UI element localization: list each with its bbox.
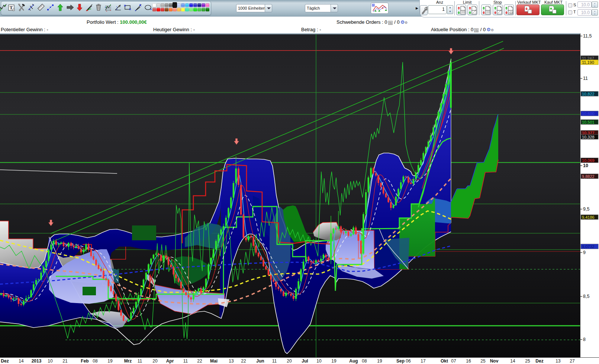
svg-text:α: α <box>119 4 121 8</box>
svg-text:11: 11 <box>138 358 142 364</box>
svg-text:9,5: 9,5 <box>583 207 589 212</box>
svg-text:11: 11 <box>272 358 277 364</box>
svg-text:Apr: Apr <box>166 358 174 364</box>
svg-text:10: 10 <box>316 358 322 364</box>
svg-text:Aug: Aug <box>349 358 358 364</box>
svg-text:22: 22 <box>241 358 246 364</box>
svg-text:8,5: 8,5 <box>583 294 589 299</box>
svg-text:11,190: 11,190 <box>582 60 594 65</box>
svg-text:9,4186: 9,4186 <box>582 215 595 220</box>
svg-text:9,8822: 9,8822 <box>582 174 595 179</box>
svg-text:16: 16 <box>466 358 471 364</box>
svg-text:11: 11 <box>583 76 588 81</box>
svg-text:2013: 2013 <box>32 358 42 364</box>
svg-text:Dez: Dez <box>535 358 543 364</box>
svg-text:10: 10 <box>48 358 53 364</box>
svg-text:25: 25 <box>525 358 530 364</box>
svg-text:07: 07 <box>451 358 456 364</box>
svg-text:27: 27 <box>570 358 575 364</box>
svg-text:25: 25 <box>480 358 486 364</box>
svg-text:+: + <box>104 6 106 9</box>
svg-text:13: 13 <box>229 358 234 364</box>
svg-text:14: 14 <box>510 358 515 364</box>
svg-text:10,328: 10,328 <box>582 135 595 139</box>
svg-text:11: 11 <box>183 358 188 364</box>
svg-text:Jun: Jun <box>256 358 264 364</box>
svg-text:20: 20 <box>152 358 158 364</box>
svg-text:20: 20 <box>287 358 292 364</box>
svg-text:06: 06 <box>406 358 411 364</box>
svg-text:T: T <box>10 5 13 10</box>
svg-text:19: 19 <box>331 358 336 364</box>
svg-text:08: 08 <box>93 358 98 364</box>
svg-text:14: 14 <box>19 358 24 364</box>
svg-text:Feb: Feb <box>81 358 88 364</box>
svg-text:Sep: Sep <box>396 358 405 364</box>
svg-text:Nov: Nov <box>490 358 499 364</box>
svg-text:9: 9 <box>583 250 586 255</box>
svg-text:Jul: Jul <box>302 358 308 364</box>
svg-text:11,5: 11,5 <box>583 33 592 39</box>
svg-text:Dez: Dez <box>1 358 9 364</box>
svg-text:21: 21 <box>62 358 68 364</box>
svg-text:17: 17 <box>421 358 426 364</box>
svg-text:10,501: 10,501 <box>582 120 595 124</box>
svg-text:13: 13 <box>555 358 561 364</box>
svg-text:10: 10 <box>583 163 588 168</box>
svg-text:Mai: Mai <box>210 358 218 364</box>
svg-text:10,822: 10,822 <box>582 92 595 96</box>
svg-text:08: 08 <box>362 358 367 364</box>
svg-text:8: 8 <box>583 337 586 342</box>
svg-text:19: 19 <box>107 358 113 364</box>
svg-text:19: 19 <box>377 358 382 364</box>
svg-text:22: 22 <box>197 358 202 364</box>
svg-text:10,069: 10,069 <box>582 158 595 163</box>
svg-text:Okt: Okt <box>441 358 448 364</box>
svg-text:Mrz: Mrz <box>124 358 132 364</box>
svg-text:10,600: 10,600 <box>582 111 595 116</box>
svg-text:9,0732: 9,0732 <box>582 244 595 249</box>
